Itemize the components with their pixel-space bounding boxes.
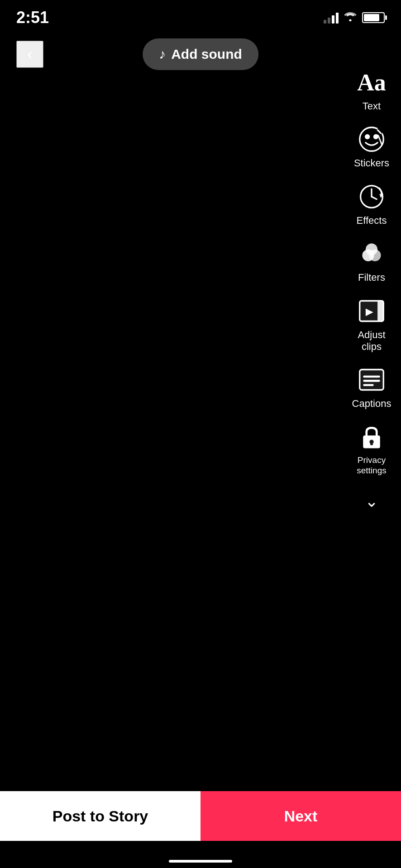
filters-label: Filters <box>358 272 385 283</box>
top-bar: ‹ ♪ Add sound <box>0 32 401 77</box>
svg-rect-22 <box>363 384 373 387</box>
status-time: 2:51 <box>16 8 49 27</box>
add-sound-label: Add sound <box>171 47 242 62</box>
add-sound-button[interactable]: ♪ Add sound <box>143 38 258 70</box>
toolbar-item-text[interactable]: Aa Text <box>347 63 396 117</box>
svg-rect-25 <box>370 442 373 445</box>
privacy-icon <box>357 423 386 452</box>
svg-rect-21 <box>363 380 380 382</box>
toolbar-item-captions[interactable]: Captions <box>347 361 396 414</box>
captions-icon <box>357 365 386 394</box>
post-to-story-label: Post to Story <box>53 807 148 825</box>
filters-icon <box>357 239 386 268</box>
home-indicator <box>169 860 232 863</box>
effects-label: Effects <box>357 215 387 226</box>
toolbar-item-adjust-clips[interactable]: Adjust clips <box>347 292 396 358</box>
svg-line-8 <box>372 197 377 199</box>
wifi-icon <box>344 11 357 24</box>
effects-icon <box>357 182 386 211</box>
adjust-clips-icon <box>357 297 386 326</box>
back-button[interactable]: ‹ <box>16 41 43 68</box>
svg-point-1 <box>365 134 370 139</box>
privacy-label: Privacy settings <box>347 455 396 476</box>
captions-label: Captions <box>352 398 391 410</box>
battery-icon <box>362 12 385 23</box>
toolbar-item-privacy[interactable]: Privacy settings <box>347 418 396 481</box>
stickers-icon <box>357 125 386 154</box>
svg-rect-20 <box>363 376 380 378</box>
toolbar-item-effects[interactable]: Effects <box>347 178 396 231</box>
toolbar-item-filters[interactable]: Filters <box>347 235 396 288</box>
status-bar: 2:51 <box>0 0 401 32</box>
stickers-label: Stickers <box>354 157 389 169</box>
svg-point-12 <box>366 244 377 255</box>
text-icon: Aa <box>357 68 386 97</box>
next-label: Next <box>284 807 318 825</box>
post-to-story-button[interactable]: Post to Story <box>0 791 200 841</box>
text-label: Text <box>363 100 381 112</box>
status-icons <box>324 11 385 24</box>
signal-icon <box>324 12 339 24</box>
next-button[interactable]: Next <box>200 791 401 841</box>
chevron-down-button[interactable]: ⌄ <box>347 484 396 515</box>
toolbar-item-stickers[interactable]: Stickers <box>347 120 396 174</box>
right-toolbar: Aa Text Stickers <box>347 63 401 515</box>
svg-rect-16 <box>377 301 383 321</box>
bottom-bar: Post to Story Next <box>0 791 401 841</box>
adjust-clips-label: Adjust clips <box>347 329 396 353</box>
back-chevron-icon: ‹ <box>27 45 33 64</box>
music-note-icon: ♪ <box>159 47 166 62</box>
chevron-down-icon: ⌄ <box>365 492 378 511</box>
